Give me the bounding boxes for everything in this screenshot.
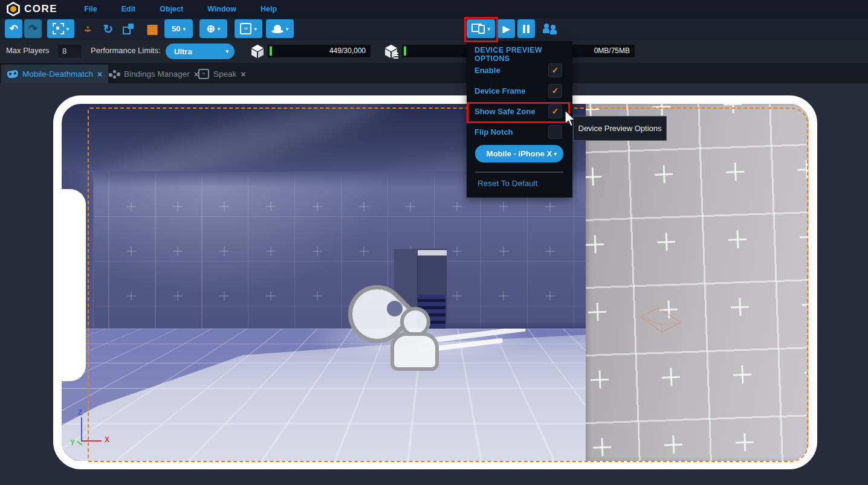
memory-cube-icon: [385, 44, 399, 59]
grid-plus-mark: [173, 246, 183, 256]
script-dropdown[interactable]: ‹› ▾: [235, 19, 262, 38]
tab-bindings-manager[interactable]: Bindings Manager ×: [103, 65, 205, 83]
mouse-cursor: [564, 110, 577, 128]
redo-icon: ↷: [28, 22, 37, 35]
tab-label: Mobile-Deathmatch: [22, 69, 93, 79]
device-select-dropdown[interactable]: Mobile - iPhone X ▾: [475, 145, 563, 162]
grid-plus-mark: [724, 104, 742, 114]
tab-mobile-deathmatch[interactable]: Mobile-Deathmatch ×: [1, 65, 108, 83]
grid-icon: ▦: [146, 22, 158, 36]
device-preview-icon: [471, 24, 485, 34]
chevron-down-icon: ▾: [225, 48, 228, 54]
grid-plus-mark: [657, 233, 676, 251]
grid-plus-mark: [313, 202, 322, 211]
enable-checkbox[interactable]: ✓: [548, 63, 562, 77]
close-icon[interactable]: ×: [241, 69, 245, 79]
grid-plus-mark: [545, 202, 555, 211]
chevron-down-icon: ▾: [554, 151, 557, 157]
rotate-tool-button[interactable]: ↻: [99, 19, 117, 38]
grid-plus-mark: [588, 303, 607, 321]
rotate-tool-icon: ↻: [103, 22, 114, 36]
spawn-point-gizmo[interactable]: [345, 277, 423, 364]
performance-bar: Max Players 8 Performance Limits: Ultra …: [0, 40, 868, 63]
core-editor-window: CORE File Edit Object Window Help ↶ ↷ ▾ …: [0, 0, 868, 485]
reset-to-default-link[interactable]: Reset To Default: [478, 179, 538, 188]
chevron-down-icon: ▾: [254, 26, 257, 32]
memory-text: 0MB/75MB: [594, 45, 630, 57]
menu-window[interactable]: Window: [195, 1, 248, 17]
flip-notch-checkbox[interactable]: [548, 125, 562, 139]
redo-button[interactable]: ↷: [24, 19, 42, 38]
grid-plus-mark: [545, 291, 555, 301]
device-notch: [58, 189, 86, 381]
viewport: Z X Y: [0, 83, 868, 485]
object-count-bar: 449/30,000: [268, 45, 371, 57]
grid-plus-mark: [126, 291, 136, 301]
grid-plus-mark: [452, 246, 462, 256]
tooltip: Device Preview Options: [573, 116, 667, 141]
grid-size-dropdown[interactable]: 50 ▾: [164, 19, 193, 38]
chevron-down-icon: ▾: [286, 26, 289, 32]
memory-fill: [404, 47, 406, 56]
grid-plus-mark: [799, 228, 809, 246]
menu-file[interactable]: File: [72, 1, 109, 17]
menu-object[interactable]: Object: [147, 1, 195, 17]
grid-plus-mark: [797, 160, 809, 179]
scene-tab-icon: [7, 69, 18, 78]
device-preview-options-button[interactable]: ▾: [467, 19, 495, 38]
toolbar: ↶ ↷ ▾ ↔↕ ↻ ▦ 50 ▾ ⊕ ▾ ‹› ▾ ▾: [0, 18, 868, 40]
z-axis-line: [81, 417, 82, 440]
grid-plus-mark: [359, 202, 369, 211]
max-players-input[interactable]: 8: [57, 43, 82, 59]
chevron-down-icon: ▾: [218, 26, 221, 32]
multiplayer-preview-button[interactable]: [540, 19, 560, 38]
grid-plus-mark: [730, 298, 749, 316]
performance-limits-label: Performance Limits:: [91, 46, 161, 55]
move-tool-button[interactable]: ↔↕: [79, 19, 97, 38]
select-mode-button[interactable]: ▾: [47, 19, 74, 38]
grid-plus-mark: [499, 291, 508, 301]
z-axis-label: Z: [78, 408, 82, 417]
grid-plus-mark: [661, 368, 680, 387]
scene-canvas[interactable]: Z X Y: [62, 104, 809, 461]
tab-speak[interactable]: ‹› Speak ×: [192, 65, 251, 83]
close-icon[interactable]: ×: [97, 69, 102, 79]
y-axis-label: Y: [70, 438, 75, 447]
undo-button[interactable]: ↶: [5, 19, 22, 38]
menu-bar: CORE File Edit Object Window Help: [0, 0, 868, 18]
grid-plus-mark: [590, 370, 609, 389]
world-dropdown[interactable]: ⊕ ▾: [199, 19, 227, 38]
marquee-select-icon: [53, 23, 64, 34]
core-logo: CORE: [6, 2, 57, 16]
grid-plus-mark: [452, 291, 462, 301]
spawn-pin-hole: [387, 301, 403, 316]
show-safe-zone-checkbox[interactable]: ✓: [548, 104, 562, 118]
grid-plus-mark: [592, 438, 611, 457]
snap-grid-button[interactable]: ▦: [143, 19, 161, 38]
grid-plus-mark: [586, 167, 602, 186]
grid-plus-mark: [173, 202, 183, 211]
undo-icon: ↶: [9, 22, 18, 35]
tab-label: Bindings Manager: [124, 69, 190, 79]
pause-button[interactable]: [517, 19, 535, 38]
grid-plus-mark: [359, 246, 369, 256]
play-button[interactable]: ▶: [497, 19, 515, 38]
grid-plus-mark: [499, 202, 508, 211]
grid-plus-mark: [586, 235, 604, 254]
menu-edit[interactable]: Edit: [109, 1, 148, 17]
performance-limits-dropdown[interactable]: Ultra ▾: [166, 43, 235, 59]
menu-separator: [475, 172, 563, 173]
grid-plus-mark: [173, 291, 183, 301]
globe-icon: ⊕: [207, 22, 215, 35]
menu-help[interactable]: Help: [248, 1, 289, 17]
grid-plus-mark: [406, 202, 415, 211]
device-frame-checkbox[interactable]: ✓: [548, 84, 562, 98]
grid-plus-mark: [313, 291, 322, 301]
grid-plus-mark: [726, 162, 745, 181]
script-tab-icon: ‹›: [198, 69, 209, 79]
scale-tool-button[interactable]: [119, 19, 137, 38]
move-tool-icon: ↔↕: [82, 23, 94, 35]
grid-plus-mark: [664, 435, 682, 454]
grid-plus-mark: [735, 432, 754, 451]
terrain-dropdown[interactable]: ▾: [266, 19, 294, 38]
